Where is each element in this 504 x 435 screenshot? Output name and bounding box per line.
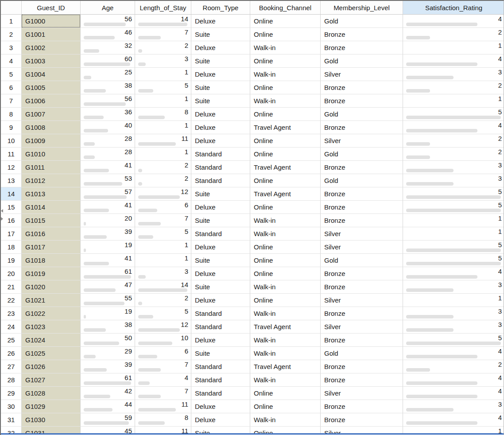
cell-room[interactable]: Deluxe (191, 400, 250, 413)
row-number[interactable]: 18 (1, 241, 22, 254)
cell-los[interactable]: 1 (135, 68, 191, 81)
cell-guest_id[interactable]: G1017 (22, 241, 81, 254)
cell-los[interactable]: 7 (135, 214, 191, 227)
row-number[interactable]: 11 (1, 148, 22, 161)
cell-los[interactable]: 6 (135, 347, 191, 360)
cell-age[interactable]: 39 (81, 227, 135, 241)
cell-room[interactable]: Deluxe (191, 413, 250, 427)
cell-level[interactable]: Bronze (321, 360, 403, 373)
cell-los[interactable]: 2 (135, 174, 191, 187)
cell-rating[interactable]: 1 (403, 214, 504, 227)
cell-guest_id[interactable]: G1015 (22, 214, 81, 227)
cell-rating[interactable]: 5 (403, 254, 504, 267)
cell-guest_id[interactable]: G1030 (22, 413, 81, 427)
cell-guest_id[interactable]: G1001 (22, 28, 81, 41)
cell-los[interactable]: 5 (135, 81, 191, 94)
cell-guest_id[interactable]: G1023 (22, 320, 81, 334)
cell-level[interactable]: Bronze (321, 400, 403, 413)
cell-level[interactable]: Bronze (321, 373, 403, 387)
cell-age[interactable]: 44 (81, 400, 135, 413)
cell-guest_id[interactable]: G1018 (22, 254, 81, 267)
cell-age[interactable]: 28 (81, 134, 135, 148)
cell-channel[interactable]: Walk-in (250, 347, 321, 360)
cell-level[interactable]: Gold (321, 254, 403, 267)
cell-room[interactable]: Deluxe (191, 108, 250, 121)
row-number[interactable]: 9 (1, 121, 22, 134)
cell-room[interactable]: Deluxe (191, 294, 250, 307)
cell-guest_id[interactable]: G1020 (22, 280, 81, 294)
cell-channel[interactable]: Walk-in (250, 227, 321, 241)
row-number[interactable]: 5 (1, 68, 22, 81)
row-number[interactable]: 19 (1, 254, 22, 267)
cell-guest_id[interactable]: G1024 (22, 334, 81, 347)
cell-channel[interactable]: Walk-in (250, 334, 321, 347)
row-number[interactable]: 22 (1, 294, 22, 307)
cell-room[interactable]: Suite (191, 54, 250, 68)
row-number[interactable]: 7 (1, 94, 22, 108)
cell-age[interactable]: 41 (81, 201, 135, 214)
cell-level[interactable]: Bronze (321, 334, 403, 347)
cell-room[interactable]: Deluxe (191, 15, 250, 28)
cell-level[interactable]: Silver (321, 241, 403, 254)
cell-guest_id[interactable]: G1019 (22, 267, 81, 280)
cell-guest_id[interactable]: G1028 (22, 387, 81, 400)
cell-channel[interactable]: Online (250, 241, 321, 254)
row-number[interactable]: 23 (1, 307, 22, 320)
cell-room[interactable]: Standard (191, 387, 250, 400)
cell-rating[interactable]: 5 (403, 201, 504, 214)
cell-rating[interactable]: 5 (403, 334, 504, 347)
cell-channel[interactable]: Online (250, 81, 321, 94)
cell-rating[interactable]: 2 (403, 28, 504, 41)
cell-channel[interactable]: Travel Agent (250, 121, 321, 134)
cell-room[interactable]: Suite (191, 81, 250, 94)
cell-guest_id[interactable]: G1002 (22, 41, 81, 54)
cell-level[interactable]: Bronze (321, 121, 403, 134)
row-number[interactable]: 21 (1, 280, 22, 294)
row-number[interactable]: 30 (1, 400, 22, 413)
cell-level[interactable]: Bronze (321, 267, 403, 280)
cell-los[interactable]: 2 (135, 294, 191, 307)
cell-room[interactable]: Standard (191, 360, 250, 373)
cell-guest_id[interactable]: G1008 (22, 121, 81, 134)
row-number[interactable]: 29 (1, 387, 22, 400)
cell-guest_id[interactable]: G1010 (22, 148, 81, 161)
panel-splitter-handle[interactable] (1, 208, 4, 224)
cell-rating[interactable]: 1 (403, 294, 504, 307)
cell-age[interactable]: 38 (81, 320, 135, 334)
cell-los[interactable]: 1 (135, 254, 191, 267)
cell-los[interactable]: 7 (135, 28, 191, 41)
cell-guest_id[interactable]: G1027 (22, 373, 81, 387)
cell-level[interactable]: Bronze (321, 214, 403, 227)
cell-level[interactable]: Silver (321, 387, 403, 400)
cell-rating[interactable]: 5 (403, 241, 504, 254)
cell-rating[interactable]: 4 (403, 347, 504, 360)
cell-room[interactable]: Suite (191, 94, 250, 108)
cell-room[interactable]: Deluxe (191, 68, 250, 81)
cell-guest_id[interactable]: G1021 (22, 294, 81, 307)
cell-channel[interactable]: Online (250, 400, 321, 413)
cell-age[interactable]: 19 (81, 307, 135, 320)
cell-guest_id[interactable]: G1025 (22, 347, 81, 360)
cell-channel[interactable]: Online (250, 108, 321, 121)
cell-level[interactable]: Bronze (321, 187, 403, 201)
cell-channel[interactable]: Online (250, 54, 321, 68)
cell-rating[interactable]: 4 (403, 267, 504, 280)
cell-age[interactable]: 60 (81, 54, 135, 68)
cell-age[interactable]: 59 (81, 413, 135, 427)
cell-rating[interactable]: 2 (403, 134, 504, 148)
cell-rating[interactable]: 3 (403, 307, 504, 320)
cell-room[interactable]: Deluxe (191, 121, 250, 134)
row-number[interactable]: 27 (1, 360, 22, 373)
row-number[interactable]: 20 (1, 267, 22, 280)
cell-guest_id[interactable]: G1013 (22, 187, 81, 201)
cell-channel[interactable]: Online (250, 148, 321, 161)
cell-room[interactable]: Standard (191, 148, 250, 161)
cell-rating[interactable]: 2 (403, 360, 504, 373)
cell-guest_id[interactable]: G1029 (22, 400, 81, 413)
cell-rating[interactable]: 1 (403, 94, 504, 108)
cell-level[interactable]: Bronze (321, 41, 403, 54)
cell-room[interactable]: Deluxe (191, 267, 250, 280)
cell-room[interactable]: Standard (191, 373, 250, 387)
cell-level[interactable]: Bronze (321, 307, 403, 320)
cell-room[interactable]: Standard (191, 227, 250, 241)
